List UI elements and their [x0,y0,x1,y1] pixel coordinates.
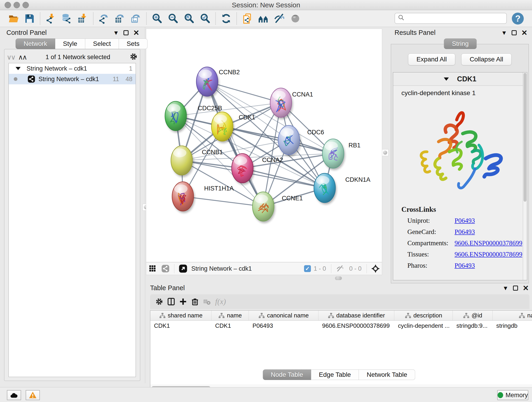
node-CCNA2[interactable]: CCNA2 [232,153,283,185]
node-CDKN1A[interactable]: CDKN1A [314,173,370,204]
network-canvas[interactable]: CCNB2 CCNA1 CDC25B CDK1 CDC6 R [146,29,382,262]
crosslink-value-link[interactable]: P06493 [455,228,475,236]
delete-column-icon[interactable] [189,296,201,307]
network-options-gear-icon[interactable] [129,52,138,62]
results-scrollbar-thumb[interactable] [524,73,526,202]
node-HIST1H1A[interactable]: HIST1H1A [172,182,234,213]
gene-collapse-icon[interactable] [444,77,449,81]
collection-expand-icon[interactable] [16,67,21,70]
export-network-button[interactable] [97,12,110,25]
table-cell[interactable]: stringdb:9... [453,321,493,331]
table-row[interactable]: CDK1CDK1P064939606.ENSP00000378699cyclin… [150,321,532,331]
table-cell[interactable]: cyclin-dependent ... [394,321,453,331]
help-button[interactable]: ? [512,13,524,25]
open-session-button[interactable] [7,12,20,25]
column-header--id[interactable]: @id [453,311,493,320]
export-table-button[interactable] [114,12,126,25]
birdseye-grid-icon[interactable] [147,264,158,274]
edge-CCNE1-HIST1H1A[interactable] [183,196,263,206]
export-image-button[interactable] [129,12,142,25]
crosslink-value-link[interactable]: 9606.ENSP00000378699 [455,250,522,258]
crosshair-icon[interactable] [370,264,380,274]
table-cell[interactable]: stringdb [493,321,532,331]
expand-all-button[interactable]: Expand All [408,53,455,65]
column-header-name[interactable]: name [211,311,249,320]
hide-selected-button[interactable] [273,12,286,25]
node-RB1[interactable]: RB1 [322,139,361,170]
tab-network-table[interactable]: Network Table [359,370,415,380]
table-panel-title: Table Panel [150,284,185,292]
maximize-window-button[interactable] [22,2,29,8]
first-neighbors-button[interactable] [257,12,270,25]
table-cell[interactable]: 9606.ENSP00000378699 [318,321,394,331]
save-session-button[interactable] [23,12,36,25]
column-header-database-identifier[interactable]: database identifier [318,311,394,320]
minimize-window-button[interactable] [13,2,20,8]
maximize-panel-icon[interactable] [123,30,128,35]
show-columns-icon[interactable] [165,296,177,307]
column-header-description[interactable]: description [394,311,453,320]
results-scrollbar[interactable] [523,72,527,280]
apply-layout-button[interactable] [220,12,233,25]
column-header-namespace[interactable]: namespace [493,311,532,320]
collapse-all-networks-icon[interactable]: ∨∨ [7,53,15,61]
detach-view-icon[interactable] [178,264,188,274]
node-CDC6[interactable]: CDC6 [278,125,324,157]
tab-style[interactable]: Style [55,38,85,49]
column-header-canonical-name[interactable]: canonical name [249,311,318,320]
crosslink-value-link[interactable]: P06493 [455,262,475,269]
close-panel-icon[interactable]: ✕ [523,284,529,292]
tab-edge-table[interactable]: Edge Table [311,370,359,380]
maximize-panel-icon[interactable] [513,286,518,291]
tab-string[interactable]: String [444,38,476,49]
column-header-shared-name[interactable]: shared name [150,311,211,320]
collapse-all-button[interactable]: Collapse All [461,53,512,65]
network-share-icon[interactable] [160,264,171,274]
search-box[interactable] [394,13,507,24]
cloud-button[interactable] [7,390,21,400]
node-CCNB2[interactable]: CCNB2 [196,67,240,98]
new-network-from-selection-button[interactable] [241,12,254,25]
close-panel-icon[interactable]: ✕ [521,29,527,36]
gene-section-header[interactable]: CDK1 [393,72,527,86]
table-settings-gear-icon[interactable] [153,296,165,307]
right-splitter-handle[interactable] [382,149,389,156]
zoom-in-button[interactable] [151,12,163,25]
tab-network[interactable]: Network [16,38,55,49]
network-collection-row[interactable]: String Network – cdk1 1 [9,63,136,74]
zoom-out-button[interactable] [167,12,179,25]
tab-select[interactable]: Select [85,38,119,49]
table-cell[interactable]: CDK1 [150,321,211,331]
import-network-file-button[interactable] [44,12,57,25]
selected-checkbox-icon[interactable]: ✓ [304,265,311,272]
network-row[interactable]: String Network – cdk1 11 48 [9,74,136,84]
tab-sets[interactable]: Sets [119,38,147,49]
close-panel-icon[interactable]: ✕ [133,29,139,36]
node-CCNE1[interactable]: CCNE1 [253,192,303,223]
warnings-button[interactable] [26,390,40,400]
maximize-panel-icon[interactable] [512,30,517,35]
node-CCNA1[interactable]: CCNA1 [270,88,313,119]
node-label-CCNA1: CCNA1 [292,91,313,98]
zoom-selected-button[interactable] [199,12,211,25]
table-panel: Table Panel ▼ ✕ f(x) shared namenamecano… [146,283,532,383]
crosslink-value-link[interactable]: 9606.ENSP00000378699 [455,239,522,247]
bottom-splitter-handle[interactable] [335,276,342,280]
search-input[interactable] [406,15,506,22]
close-window-button[interactable] [5,2,11,8]
show-all-button[interactable] [289,12,302,25]
memory-button[interactable]: Memory [497,390,528,400]
table-cell[interactable]: P06493 [249,321,318,331]
import-network-database-button[interactable] [60,12,73,25]
node-CDK1[interactable]: CDK1 [211,112,255,143]
expand-all-networks-icon[interactable]: ∧∧ [18,53,26,61]
zoom-fit-button[interactable] [183,12,196,25]
crosslink-value-link[interactable]: P06493 [455,217,475,224]
tab-node-table[interactable]: Node Table [263,370,311,380]
import-table-button[interactable] [76,12,89,25]
add-column-icon[interactable] [177,296,189,307]
float-panel-icon[interactable]: ▼ [501,30,507,36]
float-panel-icon[interactable]: ▼ [502,285,508,291]
float-panel-icon[interactable]: ▼ [113,30,119,36]
table-cell[interactable]: CDK1 [211,321,249,331]
